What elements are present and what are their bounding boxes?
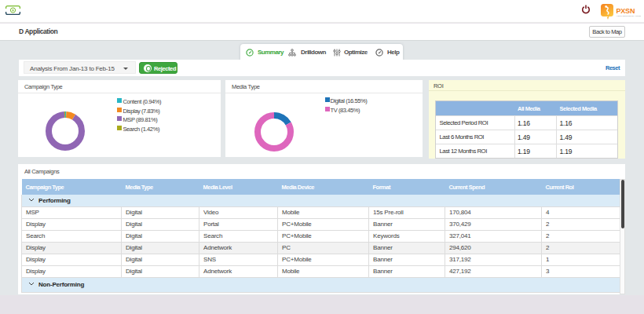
svg-text:YOUR SOURCE OF VISION: YOUR SOURCE OF VISION (617, 15, 642, 17)
svg-text:PXSN: PXSN (617, 7, 635, 15)
